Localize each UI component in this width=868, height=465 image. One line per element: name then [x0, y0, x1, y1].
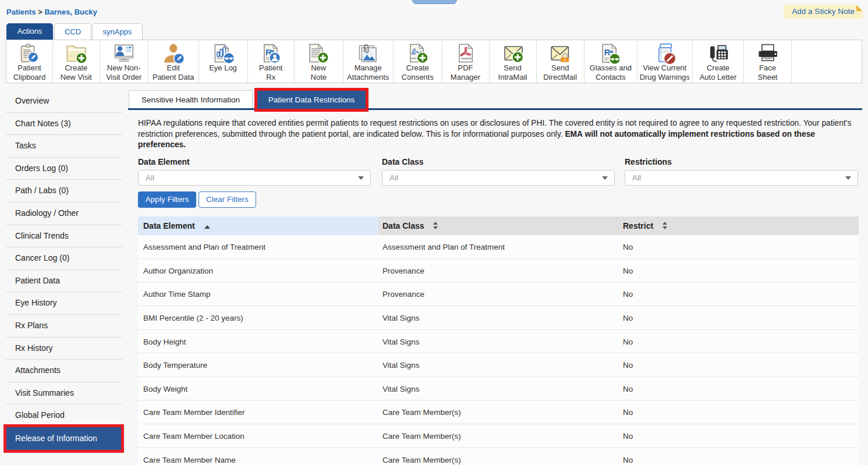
- svg-text:R: R: [604, 48, 611, 57]
